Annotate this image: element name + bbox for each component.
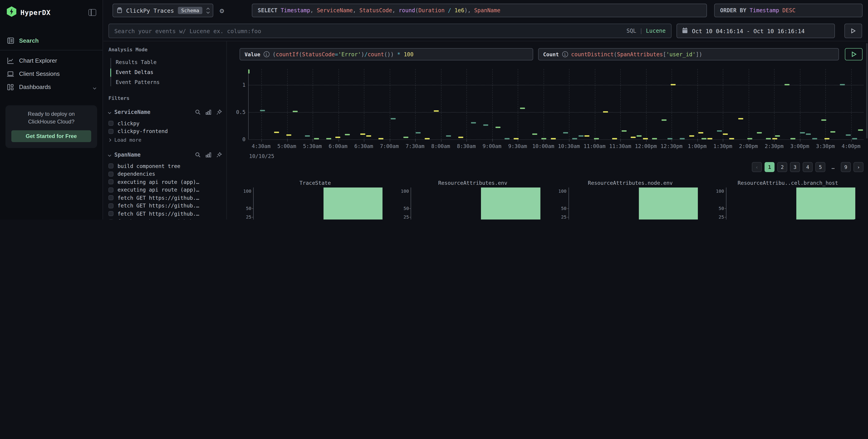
run-query-button[interactable] (844, 24, 862, 38)
data-mark[interactable] (846, 135, 851, 136)
data-mark[interactable] (643, 138, 648, 140)
order-by-input[interactable]: ORDER BY Timestamp DESC (714, 4, 863, 17)
data-mark[interactable] (747, 138, 752, 140)
data-mark[interactable] (403, 137, 408, 138)
filter-option[interactable]: build component tree (108, 162, 222, 170)
checkbox[interactable] (108, 211, 114, 216)
checkbox[interactable] (108, 164, 114, 169)
data-mark[interactable] (784, 84, 789, 86)
data-mark[interactable] (824, 138, 829, 140)
bar[interactable] (323, 187, 383, 220)
filter-option[interactable]: clickpy (108, 119, 222, 127)
data-mark[interactable] (471, 122, 476, 124)
pin-icon[interactable] (216, 109, 222, 115)
data-mark[interactable] (305, 136, 310, 137)
filter-group-spanname[interactable]: SpanName (108, 150, 222, 159)
data-mark[interactable] (345, 134, 350, 135)
data-mark[interactable] (520, 108, 525, 109)
page-button-5[interactable]: 5 (815, 162, 825, 172)
data-mark[interactable] (775, 136, 780, 137)
checkbox[interactable] (108, 172, 114, 177)
data-mark[interactable] (391, 118, 396, 119)
search-icon[interactable] (195, 109, 200, 115)
sidebar-item-client-sessions[interactable]: Client Sessions (0, 67, 102, 80)
page-button-2[interactable]: 2 (777, 162, 787, 172)
data-mark[interactable] (572, 138, 577, 140)
data-mark[interactable] (723, 133, 728, 135)
bars-icon[interactable] (206, 109, 212, 115)
data-mark[interactable] (671, 84, 676, 86)
sql-select-input[interactable]: SELECT Timestamp, ServiceName, StatusCod… (252, 4, 707, 17)
analysis-mode-event-patterns[interactable]: Event Patterns (116, 77, 222, 87)
data-mark[interactable] (631, 137, 636, 138)
page-button-9[interactable]: 9 (841, 162, 851, 172)
filter-option[interactable]: executing api route (app)… (108, 186, 222, 194)
filter-option[interactable]: dependencies (108, 170, 222, 178)
date-range-picker[interactable]: Oct 10 04:16:14 - Oct 10 16:16:14 (677, 24, 835, 38)
run-metrics-button[interactable] (845, 48, 863, 60)
data-mark[interactable] (379, 138, 384, 140)
data-mark[interactable] (652, 138, 657, 140)
filter-option[interactable]: fetch GET https://github.… (108, 194, 222, 202)
mini-chart[interactable]: TraceState10050250 (240, 180, 391, 220)
data-mark[interactable] (532, 133, 537, 135)
data-mark[interactable] (689, 136, 694, 137)
data-mark[interactable] (840, 84, 845, 86)
data-mark[interactable] (483, 125, 488, 126)
data-mark[interactable] (831, 131, 836, 132)
data-mark[interactable] (495, 127, 500, 128)
data-mark[interactable] (701, 138, 706, 140)
checkbox[interactable] (108, 196, 114, 200)
prev-page-button[interactable]: ‹ (752, 162, 762, 172)
mini-chart[interactable]: ResourceAttributes.node.env10050250produ… (555, 180, 706, 220)
data-mark[interactable] (852, 138, 857, 140)
data-mark[interactable] (603, 112, 608, 113)
data-mark[interactable] (612, 138, 617, 140)
next-page-button[interactable]: › (854, 162, 864, 172)
bar[interactable] (796, 187, 856, 220)
checkbox[interactable] (108, 121, 114, 126)
filter-group-servicename[interactable]: ServiceName (108, 108, 222, 117)
data-mark[interactable] (806, 133, 811, 135)
search-input[interactable]: Search your events w/ Lucene ex. column:… (108, 24, 672, 38)
data-mark[interactable] (756, 132, 762, 134)
data-mark[interactable] (821, 120, 826, 121)
schema-badge[interactable]: Schema (178, 7, 203, 14)
data-mark[interactable] (541, 138, 547, 140)
data-mark[interactable] (790, 138, 796, 140)
data-mark[interactable] (446, 136, 451, 137)
data-mark[interactable] (698, 132, 703, 134)
data-mark[interactable] (800, 132, 805, 134)
mini-chart[interactable]: ResourceAttributes.env10050250production (397, 180, 549, 220)
data-mark[interactable] (459, 137, 464, 138)
sidebar-item-search[interactable]: Search (0, 34, 102, 47)
value-expression-input[interactable]: Value i (countIf(StatusCode='Error')/cou… (240, 48, 533, 60)
data-mark[interactable] (248, 69, 249, 74)
data-mark[interactable] (668, 138, 673, 140)
checkbox[interactable] (108, 187, 114, 193)
data-mark[interactable] (366, 136, 371, 137)
data-mark[interactable] (708, 138, 713, 140)
data-mark[interactable] (260, 110, 265, 111)
data-mark[interactable] (434, 110, 439, 112)
data-mark[interactable] (585, 136, 590, 137)
data-mark[interactable] (637, 136, 642, 137)
data-mark[interactable] (415, 132, 421, 134)
data-mark[interactable] (729, 138, 734, 140)
search-icon[interactable] (195, 152, 200, 157)
checkbox[interactable] (108, 203, 114, 208)
data-mark[interactable] (738, 118, 743, 119)
filter-option[interactable]: fetch GET https://github.… (108, 218, 222, 220)
page-button-1[interactable]: 1 (765, 162, 775, 172)
sidebar-collapse-icon[interactable] (89, 9, 96, 16)
analysis-mode-results-table[interactable]: Results Table (116, 57, 222, 67)
checkbox[interactable] (108, 219, 114, 220)
data-mark[interactable] (274, 131, 279, 133)
data-mark[interactable] (766, 138, 771, 140)
load-more-button[interactable]: Load more (108, 136, 222, 144)
chart-plot-area[interactable]: 10.50 (248, 69, 864, 139)
data-mark[interactable] (680, 138, 685, 140)
mini-chart[interactable]: ResourceAttribu..cel.branch_host10050250… (712, 180, 864, 220)
bars-icon[interactable] (206, 152, 212, 157)
data-mark[interactable] (504, 138, 509, 140)
